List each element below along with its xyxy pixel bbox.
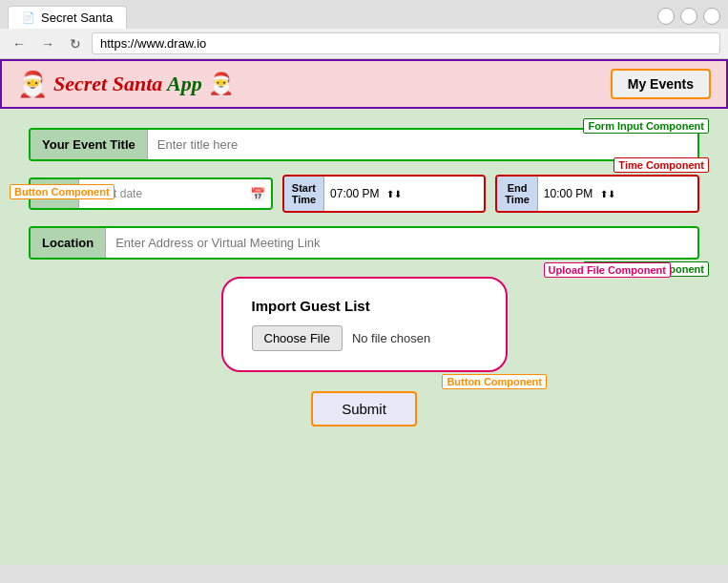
location-input[interactable] <box>106 228 697 258</box>
refresh-button[interactable]: ↻ <box>65 34 86 53</box>
minimize-button[interactable] <box>657 8 675 25</box>
forward-button[interactable]: → <box>36 34 59 53</box>
close-button[interactable] <box>703 8 720 25</box>
start-time-label: StartTime <box>284 177 324 211</box>
submit-area: Button Component Submit <box>29 391 699 427</box>
start-time-input[interactable]: 07:00 PM ⬆⬇ <box>324 177 484 211</box>
url-bar[interactable] <box>92 32 720 54</box>
form-area: Form Input Component Your Event Title Bu… <box>29 128 699 427</box>
time-annotation: Time Component <box>614 157 709 173</box>
tab-icon: 📄 <box>22 11 35 24</box>
navigation-bar: ← → ↻ <box>0 29 728 58</box>
end-time-value: 10:00 PM <box>544 187 593 200</box>
browser-tab[interactable]: 📄 Secret Santa <box>8 6 127 29</box>
upload-title: Import Guest List <box>252 298 370 314</box>
logo-icon-right: 🎅 <box>208 72 234 96</box>
end-time-field: EndTime 10:00 PM ⬆⬇ <box>495 175 699 213</box>
page-content: 🎅 Secret Santa App 🎅 My Events Navbar Co… <box>0 59 728 565</box>
start-time-field: StartTime 07:00 PM ⬆⬇ <box>282 175 487 213</box>
upload-row: Choose File No file chosen <box>252 325 431 351</box>
location-field: Location <box>29 226 699 260</box>
form-input-annotation-1: Form Input Component <box>583 118 709 134</box>
window-controls <box>657 8 728 29</box>
upload-annotation: Upload File Component <box>544 262 671 278</box>
choose-file-button[interactable]: Choose File <box>252 325 343 351</box>
end-time-input[interactable]: 10:00 PM ⬆⬇ <box>538 177 697 211</box>
no-file-text: No file chosen <box>352 331 430 345</box>
app-logo: 🎅 Secret Santa App 🎅 <box>17 70 234 99</box>
maximize-button[interactable] <box>680 8 697 25</box>
calendar-icon: 📅 <box>250 187 265 201</box>
datetime-row: Button Component Time Component Date Sel… <box>29 175 699 213</box>
submit-annotation: Button Component <box>442 374 547 389</box>
logo-icon: 🎅 <box>17 70 48 99</box>
navbar: 🎅 Secret Santa App 🎅 My Events Navbar Co… <box>0 59 728 109</box>
tab-title: Secret Santa <box>41 10 113 25</box>
time-spinner-icon: ⬆⬇ <box>386 189 402 199</box>
start-time-value: 07:00 PM <box>330 187 379 200</box>
app-name: Secret Santa App <box>53 72 202 96</box>
time-spinner-icon-end: ⬆⬇ <box>600 189 615 199</box>
my-events-button[interactable]: My Events <box>611 69 711 99</box>
location-label: Location <box>31 228 106 258</box>
button-annotation-form: Button Component <box>10 184 114 199</box>
event-title-label: Your Event Title <box>31 130 148 159</box>
end-time-label: EndTime <box>497 177 537 211</box>
event-title-input[interactable] <box>148 130 697 159</box>
back-button[interactable]: ← <box>8 34 31 53</box>
upload-container: Import Guest List Choose File No file ch… <box>221 277 508 372</box>
submit-button[interactable]: Submit <box>311 391 417 427</box>
browser-chrome: 📄 Secret Santa ← → ↻ <box>0 0 728 59</box>
